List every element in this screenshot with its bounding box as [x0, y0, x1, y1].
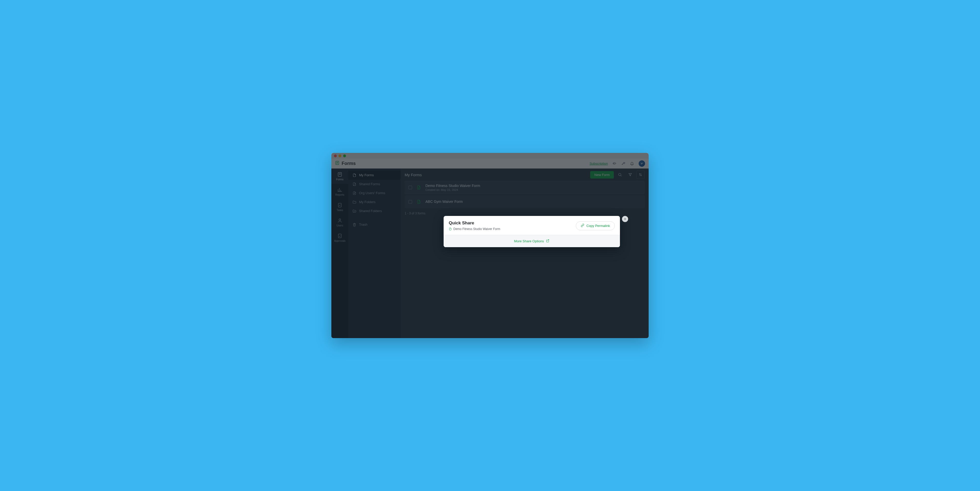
modal-header: Quick Share Demo Fitness Studio Waiver F…: [444, 216, 620, 235]
more-share-options-button[interactable]: More Share Options: [444, 235, 620, 247]
modal-header-left: Quick Share Demo Fitness Studio Waiver F…: [449, 221, 500, 231]
app-window: Forms Subscription Forms: [331, 153, 649, 338]
modal-form-name: Demo Fitness Studio Waiver Form: [453, 227, 500, 231]
copy-permalink-label: Copy Permalink: [586, 224, 610, 228]
modal-close-button[interactable]: [622, 216, 628, 222]
external-link-icon: [546, 239, 549, 243]
copy-permalink-button[interactable]: Copy Permalink: [576, 221, 615, 230]
modal-title: Quick Share: [449, 221, 500, 226]
link-icon: [581, 224, 584, 228]
quick-share-modal-wrap: Quick Share Demo Fitness Studio Waiver F…: [444, 216, 628, 247]
more-share-label: More Share Options: [514, 239, 544, 243]
modal-form-name-row: Demo Fitness Studio Waiver Form: [449, 227, 500, 231]
quick-share-modal: Quick Share Demo Fitness Studio Waiver F…: [444, 216, 620, 247]
